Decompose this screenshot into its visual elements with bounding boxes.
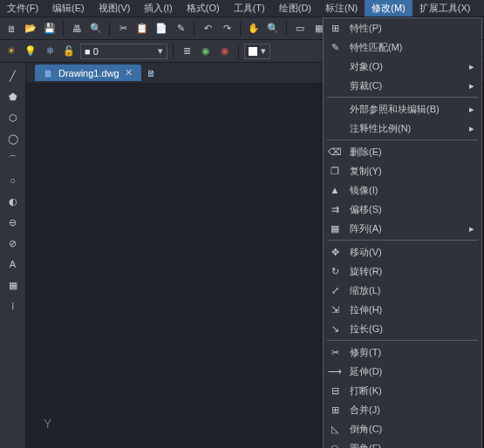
menu-item-删除E[interactable]: ⌫删除(E) (324, 142, 481, 161)
menu-item-icon: ↘ (327, 323, 343, 335)
menu-标注N[interactable]: 标注(N) (318, 0, 365, 17)
zoom-icon[interactable]: 🔍 (265, 21, 281, 37)
draw-tool-7[interactable]: ⊖ (5, 214, 21, 230)
draw-tool-11[interactable]: ⁞ (5, 298, 21, 314)
menu-item-旋转R[interactable]: ↻旋转(R) (324, 261, 481, 281)
open-icon[interactable]: 📂 (23, 21, 38, 37)
menu-item-拉长G[interactable]: ↘拉长(G) (324, 319, 481, 338)
draw-tool-4[interactable]: ⌒ (5, 152, 21, 167)
menu-item-label: 修剪(T) (350, 346, 474, 359)
menu-item-延伸D[interactable]: ⟶延伸(D) (324, 362, 481, 381)
draw-tool-8[interactable]: ⊘ (5, 235, 21, 251)
menu-item-icon: ⌫ (327, 146, 343, 158)
menu-item-注释性比例N[interactable]: 注释性比例(N)▸ (324, 119, 481, 138)
submenu-arrow-icon: ▸ (469, 61, 474, 72)
layer-selector[interactable]: ■ 0▾ (80, 44, 167, 59)
menu-格式O[interactable]: 格式(O) (180, 0, 227, 17)
menu-修改M[interactable]: 修改(M) (365, 0, 412, 17)
match-icon[interactable]: ✎ (173, 21, 188, 37)
bulb-icon[interactable]: 💡 (23, 44, 38, 59)
menu-item-对象O[interactable]: 对象(O)▸ (324, 57, 481, 76)
menu-item-icon: ◺ (327, 424, 343, 435)
layeriso-icon[interactable]: ◉ (198, 44, 214, 59)
layers-icon[interactable]: ≣ (179, 44, 194, 59)
cut-icon[interactable]: ✂ (115, 21, 131, 37)
draw-tool-10[interactable]: ▦ (5, 277, 21, 293)
menu-item-剪裁C[interactable]: 剪裁(C)▸ (324, 76, 481, 95)
redo-icon[interactable]: ↷ (219, 21, 235, 37)
menu-item-打断K[interactable]: ⊟打断(K) (324, 381, 481, 400)
menu-插入I[interactable]: 插入(I) (137, 0, 179, 17)
lock-icon[interactable]: 🔓 (61, 44, 77, 59)
menu-item-合并J[interactable]: ⊞合并(J) (324, 400, 481, 419)
menu-item-icon: ▲ (327, 185, 343, 195)
menu-item-阵列A[interactable]: ▦阵列(A)▸ (324, 219, 481, 238)
tool-a-icon[interactable]: ▭ (292, 21, 308, 37)
pan-icon[interactable]: ✋ (246, 21, 262, 37)
menu-item-缩放L[interactable]: ⤢缩放(L) (324, 281, 481, 300)
close-tab-icon[interactable]: ✕ (125, 67, 133, 78)
print-icon[interactable]: 🖶 (69, 21, 85, 37)
menu-绘图D[interactable]: 绘图(D) (272, 0, 318, 17)
menu-item-icon: ◶ (327, 443, 343, 449)
menu-item-移动V[interactable]: ✥移动(V) (324, 242, 481, 261)
menu-item-label: 移动(V) (350, 246, 474, 259)
menu-item-外部参照和块编辑B[interactable]: 外部参照和块编辑(B)▸ (324, 99, 481, 119)
save-icon[interactable]: 💾 (42, 21, 58, 37)
menu-item-icon: ⤢ (327, 285, 343, 296)
layeroff-icon[interactable]: ◉ (217, 44, 233, 59)
menu-item-label: 删除(E) (350, 146, 474, 159)
document-tab[interactable]: 🗎 Drawing1.dwg ✕ (35, 64, 141, 81)
paste-icon[interactable]: 📄 (153, 21, 169, 37)
draw-tool-2[interactable]: ⬡ (5, 110, 21, 126)
draw-tool-9[interactable]: A (5, 256, 21, 272)
menu-item-镜像I[interactable]: ▲镜像(I) (324, 180, 481, 200)
submenu-arrow-icon: ▸ (469, 104, 474, 115)
menu-窗口W[interactable]: 窗口(W) (477, 0, 484, 17)
menu-item-icon: ✂ (327, 347, 343, 358)
menu-separator (327, 340, 478, 341)
menu-扩展工具X[interactable]: 扩展工具(X) (412, 0, 478, 17)
menu-item-label: 复制(Y) (350, 165, 474, 178)
menu-item-偏移S[interactable]: ⇉偏移(S) (324, 200, 481, 219)
menu-item-label: 特性(P) (350, 22, 474, 35)
menu-item-复制Y[interactable]: ❐复制(Y) (324, 161, 481, 180)
draw-tool-5[interactable]: ○ (5, 173, 21, 188)
new-icon[interactable]: 🗎 (3, 21, 19, 37)
menu-item-label: 延伸(D) (350, 365, 474, 378)
menu-item-label: 外部参照和块编辑(B) (350, 103, 462, 116)
color-selector[interactable]: ▾ (244, 44, 270, 59)
draw-tool-6[interactable]: ◐ (5, 193, 21, 209)
menu-item-icon: ⇲ (327, 304, 343, 316)
undo-icon[interactable]: ↶ (200, 21, 215, 37)
freeze-icon[interactable]: ❄ (42, 44, 58, 59)
menu-item-icon: ⊞ (327, 23, 343, 34)
copy-icon[interactable]: 📋 (134, 21, 150, 37)
new-tab-icon[interactable]: 🗎 (147, 68, 156, 78)
menu-item-icon: ✥ (327, 247, 343, 258)
submenu-arrow-icon: ▸ (469, 123, 474, 134)
modify-menu-dropdown: ⊞特性(P)✎特性匹配(M)对象(O)▸剪裁(C)▸外部参照和块编辑(B)▸注释… (323, 17, 482, 448)
draw-tool-0[interactable]: ╱ (5, 68, 21, 84)
menu-文件F[interactable]: 文件(F) (0, 0, 45, 17)
sun-icon[interactable]: ☀ (3, 44, 19, 59)
menu-item-icon: ✎ (327, 42, 343, 53)
menu-item-特性匹配M[interactable]: ✎特性匹配(M) (324, 37, 481, 57)
draw-tool-3[interactable]: ◯ (5, 131, 21, 146)
draw-tool-1[interactable]: ⬟ (5, 89, 21, 105)
menu-item-圆角F[interactable]: ◶圆角(F) (324, 438, 481, 448)
menu-item-倒角C[interactable]: ◺倒角(C) (324, 419, 481, 438)
menu-视图V[interactable]: 视图(V) (92, 0, 138, 17)
tab-filename: Drawing1.dwg (58, 68, 119, 78)
preview-icon[interactable]: 🔍 (88, 21, 104, 37)
menu-item-拉伸H[interactable]: ⇲拉伸(H) (324, 300, 481, 319)
menu-item-label: 剪裁(C) (350, 79, 462, 92)
menu-item-label: 注释性比例(N) (350, 122, 462, 135)
menu-编辑E[interactable]: 编辑(E) (45, 0, 92, 17)
menu-item-label: 合并(J) (350, 404, 474, 417)
menu-工具T[interactable]: 工具(T) (227, 0, 272, 17)
menu-item-修剪T[interactable]: ✂修剪(T) (324, 343, 481, 362)
menu-item-label: 圆角(F) (350, 442, 474, 449)
menu-item-icon: ⊟ (327, 385, 343, 397)
menu-item-特性P[interactable]: ⊞特性(P) (324, 18, 481, 37)
